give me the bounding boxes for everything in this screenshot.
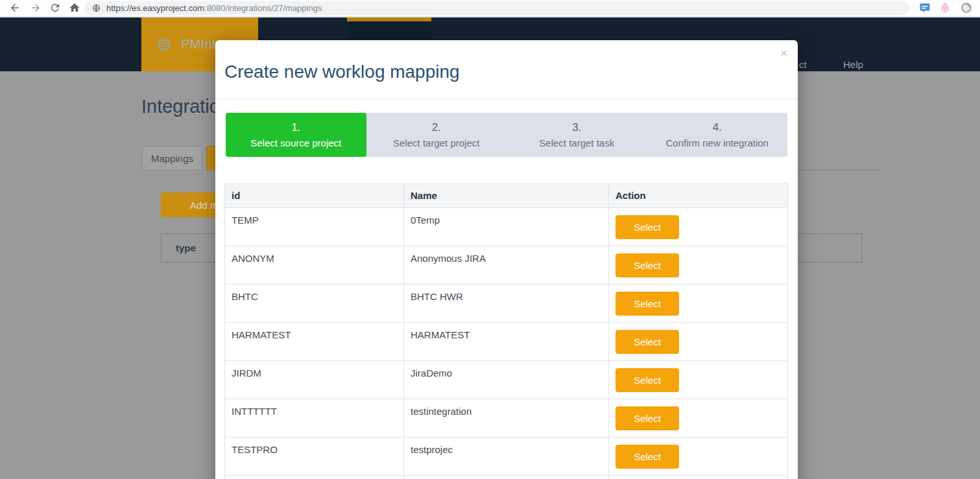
table-row: ANONYMAnonymous JIRASelect xyxy=(225,246,788,285)
back-icon[interactable] xyxy=(9,2,21,14)
step-number: 1. xyxy=(291,121,300,134)
step-label: Select target task xyxy=(539,137,614,148)
project-action-cell: Select xyxy=(609,246,788,285)
project-name-cell: JiraDemo xyxy=(404,361,609,399)
project-action-cell: Select xyxy=(609,399,788,438)
project-id-cell: ANONYM xyxy=(225,246,404,285)
project-action-cell: Select xyxy=(609,208,788,246)
empty-cell xyxy=(404,476,609,479)
forward-icon[interactable] xyxy=(30,2,42,14)
step-select-source-project[interactable]: 1. Select source project xyxy=(226,113,366,157)
nav-item-help[interactable]: Help xyxy=(843,59,863,70)
select-button[interactable]: Select xyxy=(615,406,679,430)
modal-header-divider xyxy=(215,99,798,99)
project-name-cell: testprojec xyxy=(404,438,609,476)
reload-icon[interactable] xyxy=(49,2,61,14)
project-name-cell: 0Temp xyxy=(404,208,609,246)
table-row: TEMP0TempSelect xyxy=(225,208,788,246)
select-button[interactable]: Select xyxy=(615,215,679,239)
url-path: :8080/integrations/27/mappings xyxy=(204,3,322,13)
url-text: https://es.easyproject.com:8080/integrat… xyxy=(106,3,322,13)
tab-mappings[interactable]: Mappings xyxy=(142,146,202,170)
tab-mappings-label: Mappings xyxy=(151,153,193,164)
url-host: https://es.easyproject.com xyxy=(106,3,204,13)
step-select-target-project[interactable]: 2. Select target project xyxy=(366,113,507,157)
table-row: HARMATESTHARMATESTSelect xyxy=(225,323,788,361)
project-id-cell: INTTTTTT xyxy=(225,399,404,438)
project-name-cell: HARMATEST xyxy=(404,323,609,361)
select-button[interactable]: Select xyxy=(615,253,679,277)
column-header-id: id xyxy=(225,184,404,208)
column-header-action: Action xyxy=(609,184,788,208)
droplet-extension-icon[interactable] xyxy=(939,2,951,14)
step-confirm-new-integration[interactable]: 4. Confirm new integration xyxy=(647,113,788,157)
table-header-row: id Name Action xyxy=(225,184,788,208)
type-column-header: type xyxy=(176,242,196,253)
chip-icon xyxy=(156,36,173,53)
project-id-cell: TESTPRO xyxy=(225,438,404,476)
step-number: 3. xyxy=(572,121,581,134)
project-id-cell: BHTC xyxy=(225,285,404,323)
project-action-cell: Select xyxy=(609,438,788,476)
table-row-partial xyxy=(225,476,788,479)
globe-icon xyxy=(92,4,101,12)
empty-cell xyxy=(225,476,404,479)
table-row: JIRDMJiraDemoSelect xyxy=(225,361,788,399)
create-worklog-mapping-modal: × Create new worklog mapping 1. Select s… xyxy=(215,40,798,479)
step-number: 2. xyxy=(432,121,441,134)
step-number: 4. xyxy=(713,121,722,134)
project-name-cell: testintegration xyxy=(404,399,609,438)
modal-title: Create new worklog mapping xyxy=(224,62,460,82)
step-label: Select target project xyxy=(393,137,479,148)
empty-cell xyxy=(609,476,788,479)
project-id-cell: TEMP xyxy=(225,208,404,246)
column-header-name: Name xyxy=(404,184,609,208)
nav-item-partial[interactable]: ct xyxy=(799,59,807,70)
table-row: BHTCBHTC HWRSelect xyxy=(225,285,788,323)
table-row: TESTPROtestprojecSelect xyxy=(225,438,788,476)
chat-extension-icon[interactable] xyxy=(919,2,931,14)
home-icon[interactable] xyxy=(69,2,80,14)
project-action-cell: Select xyxy=(609,323,788,361)
project-name-cell: BHTC HWR xyxy=(404,285,609,323)
source-projects-table: id Name Action TEMP0TempSelectANONYMAnon… xyxy=(224,183,788,479)
wizard-steps: 1. Select source project 2. Select targe… xyxy=(226,113,787,157)
project-action-cell: Select xyxy=(609,285,788,323)
project-action-cell: Select xyxy=(609,361,788,399)
address-bar[interactable]: https://es.easyproject.com:8080/integrat… xyxy=(84,1,909,15)
profile-icon[interactable] xyxy=(961,2,972,14)
project-id-cell: HARMATEST xyxy=(225,323,404,361)
project-id-cell: JIRDM xyxy=(225,361,404,399)
close-icon[interactable]: × xyxy=(780,47,787,59)
select-button[interactable]: Select xyxy=(615,330,679,354)
select-button[interactable]: Select xyxy=(615,292,679,316)
project-name-cell: Anonymous JIRA xyxy=(404,246,609,285)
step-label: Select source project xyxy=(250,137,341,148)
browser-toolbar: https://es.easyproject.com:8080/integrat… xyxy=(0,0,980,18)
select-button[interactable]: Select xyxy=(615,368,679,392)
step-select-target-task[interactable]: 3. Select target task xyxy=(507,113,647,157)
select-button[interactable]: Select xyxy=(615,445,679,469)
step-label: Confirm new integration xyxy=(666,137,769,148)
page-title: Integratio xyxy=(141,96,220,117)
table-row: INTTTTTTtestintegrationSelect xyxy=(225,399,788,438)
